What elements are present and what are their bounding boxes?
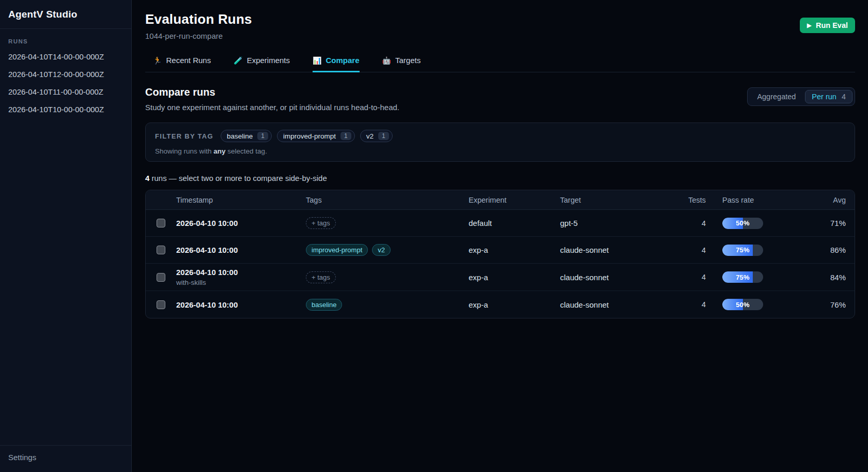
pass-rate-pill: 50% (722, 299, 763, 310)
chip-label: baseline (227, 132, 253, 140)
chip-count: 1 (340, 132, 351, 140)
col-tests: Tests (675, 196, 706, 204)
pass-rate-label: 50% (722, 218, 763, 229)
main-content: Evaluation Runs 1044-per-run-compare ▶ R… (132, 0, 868, 472)
filter-chip-v2[interactable]: v2 1 (360, 130, 393, 142)
filter-note: Showing runs with any selected tag. (155, 147, 845, 155)
sidebar-run-item[interactable]: 2026-04-10T14-00-00-000Z (8, 52, 123, 61)
test-tube-icon: 🧪 (234, 56, 242, 65)
toggle-per-run-label: Per run (812, 93, 836, 101)
runs-table: Timestamp Tags Experiment Target Tests P… (145, 190, 855, 318)
settings-link[interactable]: Settings (0, 445, 131, 472)
sidebar-runs-section: RUNS 2026-04-10T14-00-00-000Z 2026-04-10… (0, 29, 131, 445)
col-avg: Avg (809, 196, 846, 204)
pass-rate-label: 75% (722, 245, 763, 256)
page-header: Evaluation Runs 1044-per-run-compare ▶ R… (145, 0, 855, 40)
tab-bar: 🏃 Recent Runs 🧪 Experiments 📊 Compare 🤖 … (145, 56, 855, 72)
col-pass-rate: Pass rate (706, 196, 809, 204)
row-checkbox[interactable] (157, 273, 165, 282)
toggle-per-run-count: 4 (842, 93, 846, 101)
run-eval-button[interactable]: ▶ Run Eval (800, 18, 855, 33)
sidebar-run-item[interactable]: 2026-04-10T11-00-00-000Z (8, 87, 123, 96)
play-icon: ▶ (807, 22, 812, 29)
tab-targets[interactable]: 🤖 Targets (382, 56, 421, 72)
chip-label: v2 (366, 132, 374, 140)
chip-label: improved-prompt (283, 132, 336, 140)
sidebar-run-item[interactable]: 2026-04-10T12-00-00-000Z (8, 70, 123, 79)
run-avg: 71% (809, 219, 846, 227)
add-tags-button[interactable]: + tags (306, 217, 336, 229)
tag-improved-prompt[interactable]: improved-prompt (306, 244, 368, 256)
tab-label: Recent Runs (166, 56, 211, 65)
filter-chip-improved-prompt[interactable]: improved-prompt 1 (277, 130, 355, 142)
run-eval-label: Run Eval (816, 21, 848, 29)
pass-rate-pill: 75% (722, 245, 763, 256)
tab-recent-runs[interactable]: 🏃 Recent Runs (153, 56, 211, 72)
add-tags-button[interactable]: + tags (306, 271, 336, 283)
toggle-aggregated[interactable]: Aggregated (750, 90, 803, 103)
chip-count: 1 (378, 132, 389, 140)
run-target: gpt-5 (560, 219, 675, 227)
run-experiment: default (469, 219, 560, 227)
table-row: 2026-04-10 10:00 with-skills + tags exp-… (146, 264, 855, 291)
run-tests: 4 (675, 219, 706, 227)
col-tags: Tags (306, 196, 469, 204)
run-experiment: exp-a (469, 300, 560, 309)
row-checkbox[interactable] (157, 300, 165, 309)
page-subtitle: 1044-per-run-compare (145, 32, 252, 40)
compare-header: Compare runs Study one experiment agains… (145, 86, 855, 112)
tag-v2[interactable]: v2 (372, 244, 391, 256)
run-timestamp: 2026-04-10 10:00 (176, 246, 306, 254)
runs-section-label: RUNS (8, 38, 123, 44)
app-title: AgentV Studio (0, 0, 131, 29)
run-tests: 4 (675, 300, 706, 309)
pass-rate-pill: 50% (722, 218, 763, 229)
page-title: Evaluation Runs (145, 11, 252, 27)
sidebar-run-item[interactable]: 2026-04-10T10-00-00-000Z (8, 105, 123, 114)
tab-label: Compare (326, 56, 360, 65)
pass-rate-pill: 75% (722, 271, 763, 283)
run-experiment: exp-a (469, 246, 560, 254)
tab-label: Targets (395, 56, 421, 65)
runner-icon: 🏃 (153, 56, 162, 65)
run-experiment: exp-a (469, 273, 560, 282)
row-checkbox[interactable] (157, 219, 165, 227)
table-row: 2026-04-10 10:00 baseline exp-a claude-s… (146, 291, 855, 318)
tab-label: Experiments (247, 56, 290, 65)
col-timestamp: Timestamp (176, 196, 306, 204)
pass-rate-label: 75% (722, 271, 763, 283)
filter-note-any: any (213, 147, 225, 155)
view-mode-toggle: Aggregated Per run 4 (747, 87, 855, 106)
filter-label: FILTER BY TAG (155, 132, 213, 140)
toggle-per-run[interactable]: Per run 4 (805, 90, 853, 103)
run-subtitle: with-skills (176, 279, 306, 286)
compare-description: Study one experiment against another, or… (145, 103, 399, 112)
app-root: AgentV Studio RUNS 2026-04-10T14-00-00-0… (0, 0, 868, 472)
robot-icon: 🤖 (382, 56, 391, 65)
run-target: claude-sonnet (560, 246, 675, 254)
tab-experiments[interactable]: 🧪 Experiments (234, 56, 290, 72)
run-avg: 86% (809, 246, 846, 254)
run-timestamp: 2026-04-10 10:00 (176, 268, 306, 277)
chip-count: 1 (257, 132, 268, 140)
table-header-row: Timestamp Tags Experiment Target Tests P… (146, 190, 855, 210)
row-checkbox[interactable] (157, 246, 165, 254)
col-experiment: Experiment (469, 196, 560, 204)
compare-heading: Compare runs (145, 86, 399, 98)
filter-by-tag-card: FILTER BY TAG baseline 1 improved-prompt… (145, 123, 855, 162)
run-timestamp: 2026-04-10 10:00 (176, 300, 306, 309)
tag-baseline[interactable]: baseline (306, 299, 342, 311)
sidebar: AgentV Studio RUNS 2026-04-10T14-00-00-0… (0, 0, 132, 472)
col-target: Target (560, 196, 675, 204)
pass-rate-label: 50% (722, 299, 763, 310)
tab-compare[interactable]: 📊 Compare (313, 56, 360, 72)
table-row: 2026-04-10 10:00 improved-prompt v2 exp-… (146, 237, 855, 264)
run-target: claude-sonnet (560, 273, 675, 282)
run-tests: 4 (675, 246, 706, 254)
filter-chip-baseline[interactable]: baseline 1 (221, 130, 272, 142)
run-target: claude-sonnet (560, 300, 675, 309)
run-avg: 84% (809, 273, 846, 282)
bar-chart-icon: 📊 (313, 56, 321, 65)
run-timestamp: 2026-04-10 10:00 (176, 219, 306, 227)
table-row: 2026-04-10 10:00 + tags default gpt-5 4 … (146, 210, 855, 237)
